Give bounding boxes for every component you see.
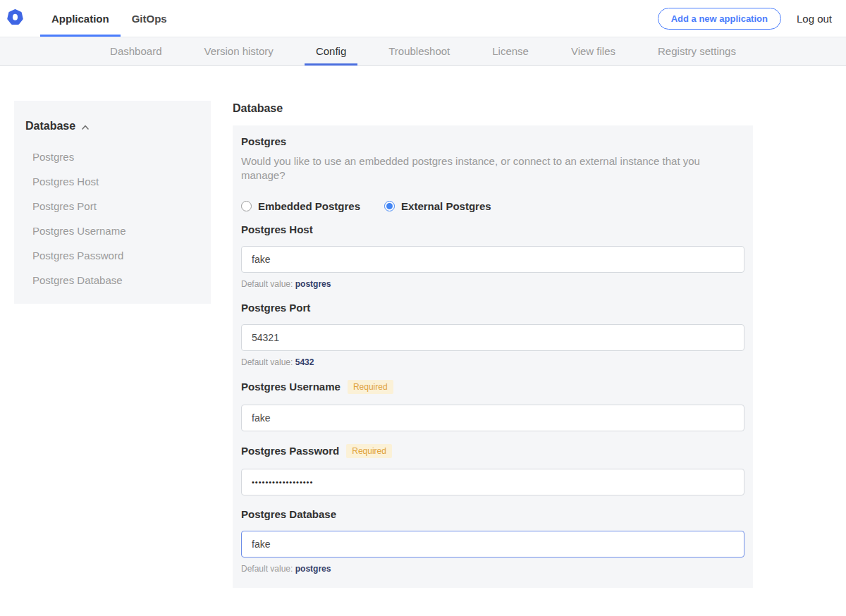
default-value-note: Default value: postgres [241,564,744,574]
default-value: 5432 [295,357,314,367]
postgres-radio-group: Embedded Postgres External Postgres [241,200,744,212]
config-sidebar: Database Postgres Postgres Host Postgres… [14,101,211,304]
field-postgres-password: Postgres Password Required [241,444,744,495]
default-value: postgres [295,564,331,574]
field-label: Postgres Host [241,223,313,235]
sidebar-group-label: Database [25,120,75,133]
postgres-host-input[interactable] [241,246,744,273]
postgres-password-input[interactable] [241,469,744,495]
tab-gitops[interactable]: GitOps [121,0,178,37]
sidebar-item-postgres-password[interactable]: Postgres Password [25,243,200,268]
app-logo-icon [7,9,23,28]
default-value: postgres [295,279,331,289]
subnav-item-license[interactable]: License [481,37,540,65]
field-postgres-username: Postgres Username Required [241,380,744,431]
sidebar-item-postgres-username[interactable]: Postgres Username [25,218,200,243]
add-new-application-button[interactable]: Add a new application [658,8,781,30]
postgres-username-input[interactable] [241,405,744,431]
app-subnav: Dashboard Version history Config Trouble… [0,37,846,66]
radio-embedded-postgres[interactable]: Embedded Postgres [241,200,360,212]
subnav-item-version-history[interactable]: Version history [192,37,284,65]
subnav-item-dashboard[interactable]: Dashboard [99,37,173,65]
radio-external-postgres[interactable]: External Postgres [384,200,491,212]
top-tabs: Application GitOps [40,0,178,37]
top-nav: Application GitOps Add a new application… [0,0,846,37]
field-label: Postgres Username [241,381,341,393]
app-logo[interactable] [7,0,23,37]
content-area: Database Postgres Postgres Host Postgres… [0,66,846,616]
subnav-item-config[interactable]: Config [305,37,357,65]
subnav-item-troubleshoot[interactable]: Troubleshoot [377,37,461,65]
default-value-note: Default value: 5432 [241,357,744,367]
config-main: Database Postgres Would you like to use … [233,101,753,616]
radio-unchecked-icon [241,201,252,211]
postgres-help-text: Would you like to use an embedded postgr… [241,154,744,183]
radio-embedded-label: Embedded Postgres [258,200,360,212]
default-value-note: Default value: postgres [241,279,744,289]
sidebar-item-postgres-host[interactable]: Postgres Host [25,169,200,194]
field-postgres-host: Postgres Host Default value: postgres [241,223,744,289]
sidebar-item-postgres-port[interactable]: Postgres Port [25,194,200,218]
postgres-port-input[interactable] [241,324,744,351]
field-postgres-database: Postgres Database Default value: postgre… [241,508,744,574]
tab-application[interactable]: Application [40,0,121,37]
field-label: Postgres Password [241,445,339,457]
sidebar-item-postgres-database[interactable]: Postgres Database [25,268,200,292]
postgres-group-label: Postgres [241,135,744,147]
field-label: Postgres Database [241,508,336,520]
radio-external-label: External Postgres [401,200,491,212]
field-postgres-port: Postgres Port Default value: 5432 [241,302,744,367]
subnav-item-registry-settings[interactable]: Registry settings [646,37,747,65]
radio-checked-icon [384,201,395,211]
required-badge: Required [346,444,392,458]
subnav-item-view-files[interactable]: View files [560,37,627,65]
sidebar-group-database[interactable]: Database [25,120,200,133]
config-panel: Postgres Would you like to use an embedd… [233,125,753,588]
logout-link[interactable]: Log out [797,13,832,25]
postgres-database-input[interactable] [241,531,744,558]
chevron-up-icon [81,122,90,130]
required-badge: Required [348,380,393,394]
sidebar-item-postgres[interactable]: Postgres [25,144,200,169]
field-label: Postgres Port [241,302,310,314]
top-nav-right: Add a new application Log out [658,0,832,37]
section-title: Database [233,102,753,115]
